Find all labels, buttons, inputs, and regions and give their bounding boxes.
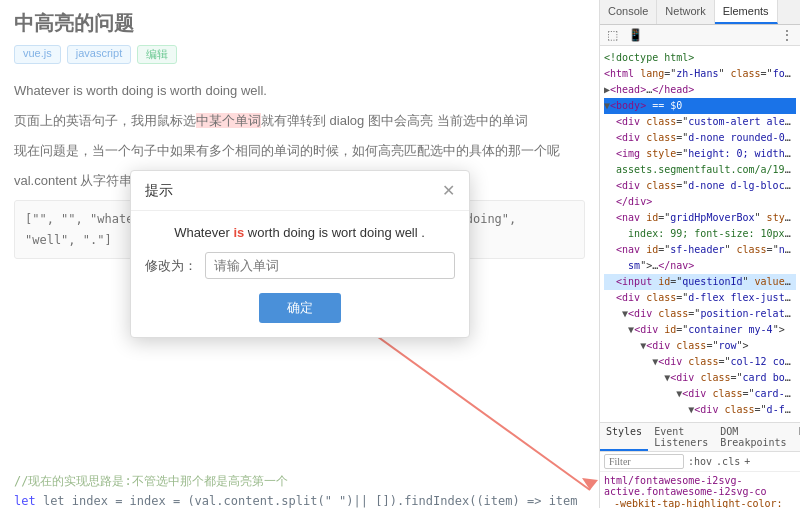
- tab-console[interactable]: Console: [600, 0, 657, 24]
- dom-line-img[interactable]: <img style="height: 0; width: 0; displa: [604, 146, 796, 162]
- dom-line-divclose[interactable]: </div>: [604, 194, 796, 210]
- styles-tab-dom-bp[interactable]: DOM Breakpoints: [714, 423, 792, 451]
- dom-line-html[interactable]: <html lang="zh-Hans" class="fontawesome-…: [604, 66, 796, 82]
- dom-line-container[interactable]: ▼<div id="container my-4">: [604, 322, 796, 338]
- modify-label: 修改为：: [145, 257, 197, 275]
- filter-input[interactable]: [604, 454, 684, 469]
- dom-line-index: index: 99; font-size: 10px; background-: [604, 226, 796, 242]
- styles-tab-props[interactable]: Properties: [793, 423, 800, 451]
- dom-line-body[interactable]: ▼<body> == $0: [604, 98, 796, 114]
- dialog-highlighted-word: is: [233, 225, 244, 240]
- dom-line-col12[interactable]: ▼<div class="col-12 col-xl w-0">: [604, 354, 796, 370]
- filter-cls[interactable]: .cls: [716, 456, 740, 467]
- css-rule-highlight: html/fontawesome-i2svg-active.fontawesom…: [600, 472, 800, 508]
- dom-line-head[interactable]: ▶<head>…</head>: [604, 82, 796, 98]
- dom-tree: <!doctype html> <html lang="zh-Hans" cla…: [600, 46, 800, 422]
- styles-tab-events[interactable]: Event Listeners: [648, 423, 714, 451]
- dom-line-dnone[interactable]: <div class="d-none d-lg-block text-cen: [604, 178, 796, 194]
- device-icon[interactable]: 📱: [625, 27, 646, 43]
- dom-line-doctype: <!doctype html>: [604, 50, 796, 66]
- dom-line-cardbody[interactable]: ▼<div class="card-body p-lg-30: [604, 386, 796, 402]
- dom-line-custom-alert[interactable]: <div class="custom-alert alert alert-: [604, 114, 796, 130]
- dialog-overlay: 提示 ✕ Whatever is worth doing is wort doi…: [0, 0, 599, 508]
- more-icon[interactable]: ⋮: [778, 27, 796, 43]
- filter-add[interactable]: +: [744, 456, 750, 467]
- styles-tabs-bar: Styles Event Listeners DOM Breakpoints P…: [600, 423, 800, 452]
- dialog-content: Whatever is worth doing is wort doing we…: [131, 211, 469, 337]
- devtools-tabs-bar: Console Network Elements: [600, 0, 800, 25]
- word-input[interactable]: [205, 252, 455, 279]
- dialog-box: 提示 ✕ Whatever is worth doing is wort doi…: [130, 170, 470, 338]
- tab-elements[interactable]: Elements: [715, 0, 778, 24]
- dom-line-position[interactable]: ▼<div class="position-relative">: [604, 306, 796, 322]
- styles-panel: Styles Event Listeners DOM Breakpoints P…: [600, 422, 800, 508]
- dialog-close-button[interactable]: ✕: [442, 181, 455, 200]
- dialog-preview-text: Whatever is worth doing is wort doing we…: [145, 225, 455, 240]
- filter-hov[interactable]: :hov: [688, 456, 712, 467]
- dom-line-dflex2[interactable]: ▼<div class="d-flex justify-: [604, 402, 796, 418]
- dialog-button-row: 确定: [145, 293, 455, 323]
- filter-bar: :hov .cls +: [600, 452, 800, 472]
- confirm-button[interactable]: 确定: [259, 293, 341, 323]
- dom-line-nav-sfheader[interactable]: <nav id="sf-header" class="navbar navba: [604, 242, 796, 258]
- dom-line-dflex[interactable]: <div class="d-flex flex-justify-co-: [604, 290, 796, 306]
- inspect-icon[interactable]: ⬚: [604, 27, 621, 43]
- dialog-form: 修改为：: [145, 252, 455, 279]
- css-prop-taphighlight: -webkit-tap-highlight-color: rgba(0,0,0,…: [604, 498, 796, 508]
- right-panel: Console Network Elements ⬚ 📱 ⋮ <!doctype…: [600, 0, 800, 508]
- dom-line-assets: assets.segmentfault.com/a/190000022862bb…: [604, 162, 796, 178]
- devtools-toolbar: ⬚ 📱 ⋮: [600, 25, 800, 46]
- dom-line-input[interactable]: <input id="questionId" value="101000002 …: [604, 274, 796, 290]
- dialog-header: 提示 ✕: [131, 171, 469, 211]
- dom-line-card[interactable]: ▼<div class="card border-0 mb-4": [604, 370, 796, 386]
- left-panel: 中高亮的问题 vue.js javascript 编辑 Whatever is …: [0, 0, 600, 508]
- dom-line-row[interactable]: ▼<div class="row">: [604, 338, 796, 354]
- css-selector-1: html/fontawesome-i2svg-active.fontawesom…: [604, 475, 796, 497]
- dom-line-rounded[interactable]: <div class="d-none rounded-0">…</div>: [604, 130, 796, 146]
- styles-tab-styles[interactable]: Styles: [600, 423, 648, 451]
- dom-line-nav-close[interactable]: sm">…</nav>: [604, 258, 796, 274]
- dialog-title: 提示: [145, 182, 173, 200]
- tab-network[interactable]: Network: [657, 0, 714, 24]
- dom-line-nav-grid[interactable]: <nav id="gridHpMoverBox" style="positio: [604, 210, 796, 226]
